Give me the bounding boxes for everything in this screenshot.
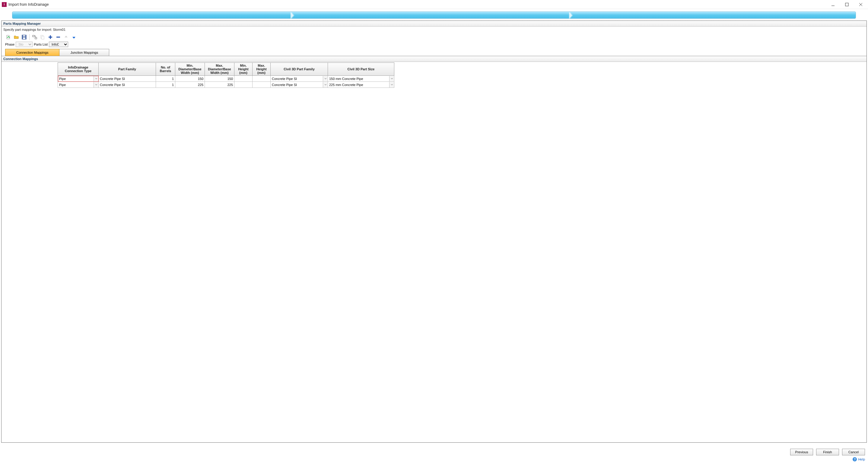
col-c3d-size[interactable]: Civil 3D Part Size [328, 63, 394, 76]
move-up-button[interactable] [63, 34, 69, 40]
max-h-cell[interactable] [252, 79, 270, 79]
c3d-size-cell[interactable]: 150 mm Concrete Pipe [328, 76, 394, 82]
minimize-button[interactable] [829, 1, 837, 7]
folder-open-icon [14, 35, 19, 39]
barrels-cell[interactable]: 1 [156, 76, 175, 81]
col-barrels[interactable]: No. of Barrels [156, 63, 175, 76]
maximize-icon [845, 3, 849, 6]
finish-button[interactable]: Finish [816, 449, 839, 455]
arrow-down-icon [72, 35, 76, 39]
svg-rect-10 [42, 36, 44, 39]
chevron-down-icon[interactable] [323, 82, 328, 88]
c3d-family-cell[interactable]: Concrete Pipe SI [271, 82, 328, 88]
mappings-grid[interactable]: InfoDrainage Connection Type Part Family… [58, 62, 394, 88]
progress-chevron-icon [569, 12, 573, 19]
open-mapping-button[interactable] [13, 34, 20, 40]
col-conn-type[interactable]: InfoDrainage Connection Type [58, 63, 99, 76]
col-part-family[interactable]: Part Family [99, 63, 156, 76]
min-dia-cell[interactable]: 150 [175, 76, 205, 81]
svg-rect-7 [33, 35, 34, 37]
phase-label: Phase [5, 42, 14, 46]
col-max-dia[interactable]: Max. Diameter/Base Width (mm) [205, 63, 235, 76]
min-h-cell[interactable] [235, 85, 252, 85]
min-h-cell[interactable] [235, 79, 252, 79]
panel-subtitle: Specify part mappings for import: Storm0… [1, 27, 867, 33]
col-min-h[interactable]: Min. Height (mm) [235, 63, 252, 76]
mapping-tabs: Connection Mappings Junction Mappings [1, 49, 867, 56]
copy-row-button[interactable] [39, 34, 46, 40]
panel-title: Parts Mapping Manager [1, 21, 867, 27]
window-title: Import from InfoDrainage [8, 2, 49, 7]
selector-row: Phase Storm01 Parts List InfoDrainag [1, 41, 867, 49]
save-mapping-button[interactable] [21, 34, 27, 40]
chevron-down-icon[interactable] [323, 76, 328, 82]
parts-mapping-panel: Parts Mapping Manager Specify part mappi… [1, 21, 867, 443]
save-icon [22, 35, 27, 39]
min-dia-cell[interactable]: 225 [175, 83, 205, 87]
close-button[interactable] [857, 1, 865, 7]
remove-row-button[interactable] [55, 34, 62, 40]
titlebar: i Import from InfoDrainage [0, 0, 868, 9]
chevron-down-icon[interactable] [389, 82, 394, 88]
chevron-down-icon[interactable] [94, 76, 98, 82]
new-file-arrow-icon [6, 35, 11, 39]
tab-junction-mappings[interactable]: Junction Mappings [59, 49, 109, 56]
toolbar-separator [29, 34, 30, 40]
max-dia-cell[interactable]: 225 [205, 83, 234, 87]
cancel-button[interactable]: Cancel [842, 449, 865, 455]
minimize-icon [831, 3, 835, 6]
help-label: Help [858, 458, 865, 461]
svg-rect-8 [35, 37, 37, 39]
svg-rect-1 [845, 3, 848, 6]
minus-icon [56, 35, 60, 39]
phase-select[interactable]: Storm01 [16, 42, 33, 47]
svg-rect-5 [23, 37, 25, 39]
help-icon: ? [852, 457, 857, 461]
col-min-dia[interactable]: Min. Diameter/Base Width (mm) [175, 63, 205, 76]
parts-list-select[interactable]: InfoDrainag [49, 42, 68, 47]
connection-mappings-header: Connection Mappings [1, 56, 867, 62]
max-dia-cell[interactable]: 150 [205, 76, 234, 81]
auto-map-icon [32, 35, 37, 39]
conn-type-cell[interactable]: Pipe [58, 76, 98, 82]
table-row[interactable]: Pipe Concrete Pipe SI 1 150 150 Concrete… [58, 76, 394, 82]
arrow-up-icon [64, 35, 68, 39]
col-max-h[interactable]: Max. Height (mm) [252, 63, 271, 76]
app-icon: i [2, 2, 7, 7]
parts-list-label: Parts List [34, 42, 48, 46]
add-row-button[interactable] [47, 34, 54, 40]
auto-map-button[interactable] [31, 34, 38, 40]
move-down-button[interactable] [71, 34, 77, 40]
c3d-family-cell[interactable]: Concrete Pipe SI [271, 76, 328, 82]
wizard-progress [0, 9, 868, 21]
chevron-down-icon[interactable] [94, 82, 98, 88]
chevron-down-icon[interactable] [389, 76, 394, 82]
tab-connection-mappings[interactable]: Connection Mappings [5, 49, 59, 56]
copy-icon [40, 35, 45, 39]
plus-icon [48, 35, 53, 39]
table-row[interactable]: Pipe Concrete Pipe SI 1 225 225 Concrete… [58, 82, 394, 88]
help-link[interactable]: ? Help [852, 457, 865, 461]
previous-button[interactable]: Previous [790, 449, 813, 455]
progress-bar [12, 11, 856, 19]
toolbar [1, 33, 867, 41]
barrels-cell[interactable]: 1 [156, 83, 175, 87]
maximize-button[interactable] [843, 1, 851, 7]
new-mapping-button[interactable] [5, 34, 12, 40]
max-h-cell[interactable] [252, 85, 270, 85]
part-family-cell[interactable]: Concrete Pipe SI [99, 83, 156, 87]
wizard-footer: Previous Finish Cancel [790, 449, 865, 455]
part-family-cell[interactable]: Concrete Pipe SI [99, 76, 156, 81]
mappings-grid-wrap: InfoDrainage Connection Type Part Family… [1, 62, 867, 442]
progress-chevron-icon [290, 12, 295, 19]
grid-header-row: InfoDrainage Connection Type Part Family… [58, 63, 394, 76]
col-c3d-family[interactable]: Civil 3D Part Family [271, 63, 328, 76]
c3d-size-cell[interactable]: 225 mm Concrete Pipe [328, 82, 394, 88]
close-icon [859, 3, 863, 6]
svg-rect-6 [23, 35, 25, 36]
conn-type-cell[interactable]: Pipe [58, 82, 98, 88]
